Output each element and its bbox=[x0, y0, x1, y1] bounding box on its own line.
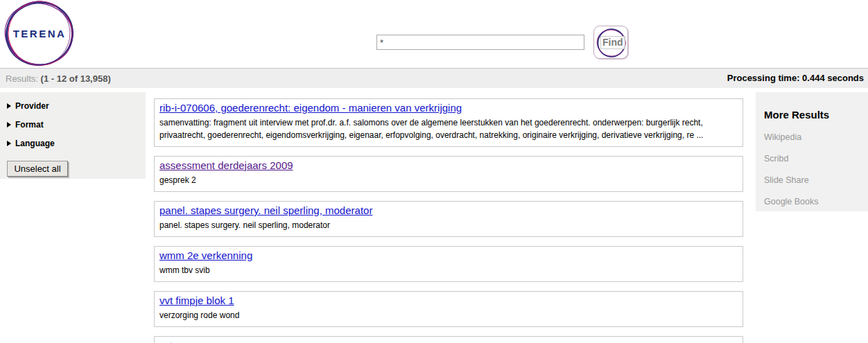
result-title-link[interactable]: vvt fimpje blok 1 bbox=[159, 294, 234, 306]
expand-arrow-icon bbox=[7, 141, 11, 146]
terena-logo-icon: TERENA bbox=[3, 1, 76, 67]
result-item: assessment derdejaars 2009 gesprek 2 bbox=[154, 156, 743, 192]
result-item: rib-i-070606, goederenrecht: eigendom - … bbox=[154, 98, 743, 147]
more-results-link-wikipedia[interactable]: Wikipedia bbox=[764, 132, 868, 142]
filter-format[interactable]: Format bbox=[0, 119, 146, 131]
results-count: (1 - 12 of 13,958) bbox=[41, 73, 111, 84]
find-button-label: Find bbox=[600, 36, 625, 49]
processing-time: Processing time: 0.444 seconds bbox=[727, 73, 864, 83]
more-results-link-scribd[interactable]: Scribd bbox=[764, 154, 868, 164]
more-results-link-slideshare[interactable]: Slide Share bbox=[764, 175, 868, 185]
results-summary: Results: (1 - 12 of 13,958) bbox=[6, 73, 111, 84]
expand-arrow-icon bbox=[7, 103, 11, 109]
find-button[interactable]: Find bbox=[593, 26, 628, 59]
filter-sidebar: Provider Format Language Unselect all bbox=[0, 92, 146, 179]
result-description: verzorging rode wond bbox=[159, 309, 737, 322]
more-results-link-googlebooks[interactable]: Google Books bbox=[764, 197, 868, 206]
filter-provider-label: Provider bbox=[15, 101, 49, 111]
results-summary-bar: Results: (1 - 12 of 13,958) Processing t… bbox=[0, 68, 868, 88]
result-description: wmm tbv svib bbox=[159, 264, 737, 276]
results-label: Results: bbox=[6, 73, 38, 84]
filter-format-label: Format bbox=[15, 120, 44, 130]
result-title-link[interactable]: assessment derdejaars 2009 bbox=[159, 159, 293, 171]
terena-logo: TERENA bbox=[3, 1, 76, 67]
logo-text: TERENA bbox=[13, 28, 67, 39]
result-title-link[interactable]: vvt bbox=[159, 340, 173, 343]
expand-arrow-icon bbox=[7, 122, 11, 127]
search-input[interactable] bbox=[376, 35, 584, 50]
result-description: samenvatting: fragment uit interview met… bbox=[159, 116, 737, 141]
unselect-all-button[interactable]: Unselect all bbox=[7, 161, 68, 177]
result-title-link[interactable]: panel. stapes surgery. neil sperling, mo… bbox=[159, 204, 372, 216]
result-description: panel. stapes surgery. neil sperling, mo… bbox=[159, 219, 737, 231]
result-description: gesprek 2 bbox=[159, 174, 737, 186]
page-header: TERENA Find bbox=[0, 0, 868, 68]
filter-language-label: Language bbox=[15, 139, 55, 148]
filter-language[interactable]: Language bbox=[0, 138, 146, 150]
results-list: rib-i-070606, goederenrecht: eigendom - … bbox=[154, 98, 743, 343]
result-item: panel. stapes surgery. neil sperling, mo… bbox=[154, 201, 743, 237]
more-results-panel: More Results Wikipedia Scribd Slide Shar… bbox=[756, 92, 868, 211]
result-title-link[interactable]: wmm 2e verkenning bbox=[159, 249, 252, 261]
result-item: vvt fimpje blok 1 verzorging rode wond bbox=[154, 291, 743, 327]
more-results-title: More Results bbox=[764, 109, 868, 121]
result-item: vvt dit video gaat over verpleegkundige … bbox=[154, 336, 743, 343]
filter-provider[interactable]: Provider bbox=[0, 100, 146, 112]
result-title-link[interactable]: rib-i-070606, goederenrecht: eigendom - … bbox=[159, 102, 462, 114]
result-item: wmm 2e verkenning wmm tbv svib bbox=[154, 246, 743, 282]
